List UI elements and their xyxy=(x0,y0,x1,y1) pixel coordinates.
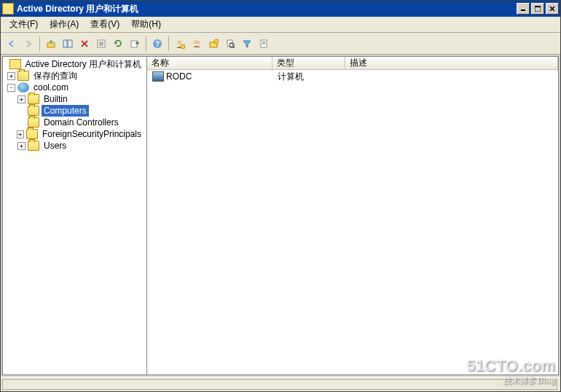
computer-icon xyxy=(152,71,164,82)
tree-dc-label: Domain Controllers xyxy=(42,117,121,128)
folder-icon xyxy=(28,117,39,128)
menu-view[interactable]: 查看(V) xyxy=(85,17,125,32)
expand-plus-icon[interactable]: + xyxy=(17,142,26,150)
show-hide-tree-button[interactable] xyxy=(60,36,76,52)
find-button[interactable] xyxy=(222,36,238,52)
back-button[interactable] xyxy=(4,36,20,52)
separator xyxy=(146,36,146,51)
export-button[interactable] xyxy=(127,36,143,52)
folder-icon xyxy=(28,94,39,104)
svg-rect-7 xyxy=(68,40,72,47)
tree-foreign-security[interactable]: + ForeignSecurityPrincipals xyxy=(3,128,146,140)
menu-file[interactable]: 文件(F) xyxy=(4,17,44,32)
folder-icon xyxy=(28,141,39,151)
list-pane: 名称 类型 描述 RODC 计算机 xyxy=(147,57,558,375)
separator xyxy=(168,36,169,51)
app-icon xyxy=(2,3,14,15)
tree-saved-queries[interactable]: + 保存的查询 xyxy=(3,70,146,82)
status-cell xyxy=(2,379,557,390)
expand-plus-icon[interactable]: + xyxy=(17,95,26,103)
tree-computers[interactable]: Computers xyxy=(3,105,146,117)
cell-type: 计算机 xyxy=(273,71,346,83)
filter-button[interactable] xyxy=(239,36,255,52)
tree-foreign-label: ForeignSecurityPrincipals xyxy=(40,128,144,140)
expand-none xyxy=(17,107,26,115)
svg-text:?: ? xyxy=(155,40,160,48)
menu-action[interactable]: 操作(A) xyxy=(44,17,85,32)
svg-rect-14 xyxy=(131,41,137,47)
new-ou-button[interactable] xyxy=(205,36,221,52)
svg-point-22 xyxy=(214,39,219,44)
tree-users[interactable]: + Users xyxy=(3,140,146,152)
separator xyxy=(39,36,40,51)
menubar: 文件(F) 操作(A) 查看(V) 帮助(H) xyxy=(1,17,560,33)
adu-root-icon xyxy=(9,59,21,69)
svg-point-17 xyxy=(177,40,181,44)
status-bar xyxy=(1,377,560,391)
tree-pane[interactable]: Active Directory 用户和计算机 + 保存的查询 - cool.c… xyxy=(3,57,147,375)
list-header: 名称 类型 描述 xyxy=(147,57,558,70)
row-name-text: RODC xyxy=(166,71,192,82)
svg-point-18 xyxy=(181,44,185,49)
up-button[interactable] xyxy=(43,36,59,52)
new-user-button[interactable] xyxy=(172,36,188,52)
column-type[interactable]: 类型 xyxy=(272,57,345,70)
maximize-button[interactable] xyxy=(531,3,544,15)
expand-minus-icon[interactable]: - xyxy=(7,84,15,92)
domain-icon xyxy=(17,82,29,93)
list-body[interactable]: RODC 计算机 xyxy=(147,70,558,375)
expand-plus-icon[interactable]: + xyxy=(17,130,24,138)
list-row[interactable]: RODC 计算机 xyxy=(148,71,557,82)
help-button[interactable]: ? xyxy=(149,36,165,52)
cell-name: RODC xyxy=(148,71,273,82)
new-group-button[interactable] xyxy=(189,36,205,52)
forward-button[interactable] xyxy=(20,36,36,52)
menu-help[interactable]: 帮助(H) xyxy=(125,17,167,32)
tree-computers-label: Computers xyxy=(42,105,89,117)
delete-button[interactable] xyxy=(76,36,93,52)
svg-line-25 xyxy=(233,47,235,48)
column-desc[interactable]: 描述 xyxy=(345,57,558,70)
folder-icon xyxy=(28,106,39,116)
column-name[interactable]: 名称 xyxy=(147,57,272,70)
tree-users-label: Users xyxy=(42,140,68,152)
svg-rect-6 xyxy=(63,40,67,47)
svg-point-20 xyxy=(197,40,200,44)
titlebar: Active Directory 用户和计算机 xyxy=(1,1,560,17)
tree-saved-queries-label: 保存的查询 xyxy=(31,69,79,83)
add-criteria-button[interactable] xyxy=(256,36,272,52)
main-window: Active Directory 用户和计算机 文件(F) 操作(A) 查看(V… xyxy=(0,0,561,392)
tree-domain-label: cool.com xyxy=(31,82,71,93)
tree-domain-controllers[interactable]: Domain Controllers xyxy=(3,117,146,128)
refresh-button[interactable] xyxy=(110,36,126,52)
svg-rect-5 xyxy=(47,43,55,47)
folder-icon xyxy=(17,71,29,81)
tree-builtin[interactable]: + Builtin xyxy=(3,93,146,105)
content-area: Active Directory 用户和计算机 + 保存的查询 - cool.c… xyxy=(2,56,559,375)
expand-none xyxy=(17,119,26,127)
tree-builtin-label: Builtin xyxy=(42,93,70,105)
close-button[interactable] xyxy=(546,3,559,15)
folder-icon xyxy=(26,129,38,139)
minimize-button[interactable] xyxy=(517,3,530,15)
toolbar: ? xyxy=(1,33,560,55)
window-controls xyxy=(517,3,559,15)
properties-button[interactable] xyxy=(93,36,109,52)
expand-none xyxy=(4,60,7,68)
window-title: Active Directory 用户和计算机 xyxy=(17,3,517,15)
expand-plus-icon[interactable]: + xyxy=(7,72,15,80)
tree-domain[interactable]: - cool.com xyxy=(3,82,146,93)
